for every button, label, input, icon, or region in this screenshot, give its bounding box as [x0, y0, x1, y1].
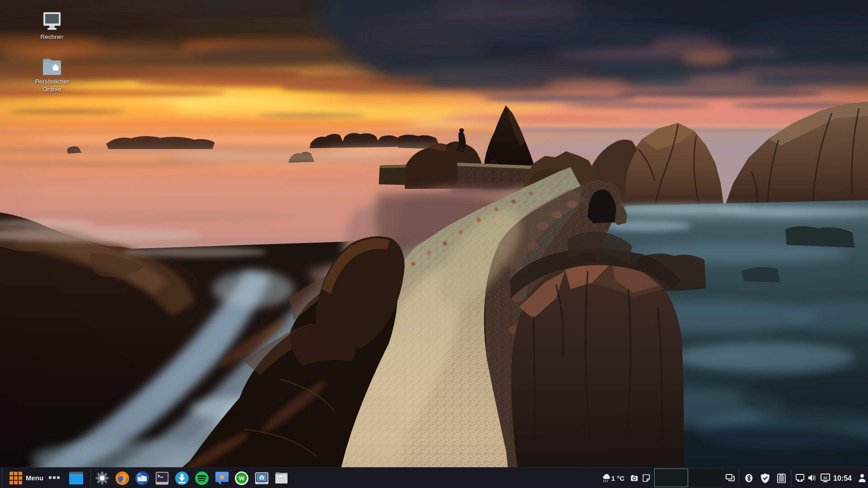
svg-text:W: W	[239, 475, 245, 482]
svg-text:zz: zz	[823, 475, 828, 480]
